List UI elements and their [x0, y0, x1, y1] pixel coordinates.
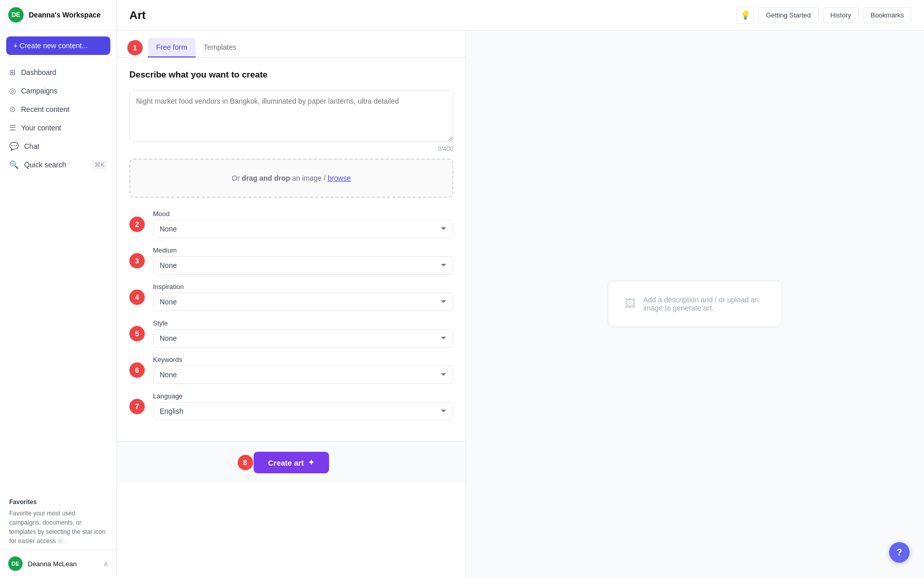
mood-field-content: Mood None — [153, 210, 453, 238]
sidebar-item-chat[interactable]: 💬 Chat — [4, 137, 112, 156]
bookmarks-button[interactable]: Bookmarks — [863, 7, 912, 23]
form-panel: 1 Free form Templates Describe what you … — [117, 31, 466, 577]
favorites-section: Favorites Favorite your most used campai… — [0, 492, 117, 550]
step-badge-3: 3 — [129, 253, 145, 268]
upload-zone[interactable]: Or drag and drop an image / browse — [129, 159, 453, 198]
history-button[interactable]: History — [823, 7, 859, 23]
language-field-row: 7 Language English — [129, 392, 453, 420]
user-name: Deanna McLean — [28, 560, 76, 568]
step-badge-1: 1 — [127, 40, 143, 55]
preview-description: Add a description and / or upload an ima… — [643, 296, 765, 312]
tabs-bar: 1 Free form Templates — [117, 31, 466, 57]
sidebar-item-quick-search[interactable]: 🔍 Quick search ⌘K — [4, 156, 112, 174]
sidebar-item-campaigns[interactable]: ◎ Campaigns — [4, 82, 112, 100]
language-field-content: Language English — [153, 392, 453, 420]
workspace-avatar: DE — [8, 7, 24, 23]
sidebar-item-your-content[interactable]: ☰ Your content — [4, 119, 112, 137]
keywords-field-content: Keywords None — [153, 356, 453, 384]
content-area: 1 Free form Templates Describe what you … — [117, 31, 924, 577]
medium-field-group: 3 Medium None — [129, 246, 453, 275]
sidebar-item-label: Quick search — [24, 161, 66, 169]
topbar: Art 💡 Getting Started History Bookmarks — [117, 0, 924, 31]
style-field-group: 5 Style None — [129, 319, 453, 348]
keywords-field-row: 6 Keywords None — [129, 356, 453, 384]
create-new-button[interactable]: + Create new content... — [6, 36, 110, 55]
chevron-up-icon: ∧ — [103, 560, 108, 568]
keywords-label: Keywords — [153, 356, 453, 363]
description-textarea[interactable] — [129, 90, 453, 142]
chat-icon: 💬 — [9, 142, 19, 151]
inspiration-field-content: Inspiration None — [153, 283, 453, 311]
light-bulb-button[interactable]: 💡 — [737, 7, 754, 24]
upload-text-middle: an image / — [290, 174, 328, 182]
section-title: Describe what you want to create — [129, 70, 453, 80]
step-badge-7: 7 — [129, 399, 145, 414]
dashboard-icon: ⊞ — [9, 68, 16, 77]
drag-drop-text: drag and drop — [242, 174, 290, 182]
sparkle-icon: ✦ — [308, 458, 315, 467]
char-count: 0/400 — [129, 145, 453, 152]
campaigns-icon: ◎ — [9, 86, 16, 95]
search-icon: 🔍 — [9, 160, 19, 169]
help-button[interactable]: ? — [889, 542, 910, 563]
inspiration-label: Inspiration — [153, 283, 453, 291]
language-select[interactable]: English — [153, 402, 453, 420]
sidebar-item-label: Your content — [21, 124, 61, 132]
style-label: Style — [153, 319, 453, 327]
workspace-name: Deanna's Workspace — [29, 11, 101, 19]
language-label: Language — [153, 392, 453, 400]
sidebar-item-label: Dashboard — [21, 68, 56, 76]
sidebar-item-label: Campaigns — [21, 87, 57, 95]
keywords-select[interactable]: None — [153, 366, 453, 384]
keywords-field-group: 6 Keywords None — [129, 356, 453, 384]
mood-select[interactable]: None — [153, 220, 453, 238]
mood-label: Mood — [153, 210, 453, 218]
create-art-button[interactable]: Create art ✦ — [254, 452, 329, 473]
page-title: Art — [129, 9, 146, 22]
browse-link[interactable]: browse — [328, 174, 351, 182]
recent-content-icon: ⊙ — [9, 105, 16, 114]
getting-started-button[interactable]: Getting Started — [758, 7, 818, 23]
style-field-row: 5 Style None — [129, 319, 453, 348]
preview-placeholder: 🖼 Add a description and / or upload an i… — [608, 281, 782, 327]
sidebar-item-label: Chat — [24, 142, 40, 150]
style-select[interactable]: None — [153, 329, 453, 348]
inspiration-field-group: 4 Inspiration None — [129, 283, 453, 311]
step-badge-5: 5 — [129, 326, 145, 341]
step-badge-2: 2 — [129, 217, 145, 232]
sidebar-item-label: Recent content — [21, 105, 69, 113]
mood-field-row: 2 Mood None — [129, 210, 453, 238]
sidebar-footer: DE Deanna McLean ∧ — [0, 550, 117, 577]
shortcut-badge: ⌘K — [92, 160, 107, 169]
inspiration-select[interactable]: None — [153, 293, 453, 311]
inspiration-field-row: 4 Inspiration None — [129, 283, 453, 311]
topbar-actions: 💡 Getting Started History Bookmarks — [737, 7, 912, 24]
sidebar: DE Deanna's Workspace + Create new conte… — [0, 0, 117, 577]
favorites-description: Favorite your most used campaigns, docum… — [9, 509, 107, 546]
step-badge-4: 4 — [129, 290, 145, 305]
image-placeholder-icon: 🖼 — [625, 297, 636, 311]
medium-label: Medium — [153, 246, 453, 254]
your-content-icon: ☰ — [9, 123, 16, 132]
medium-select[interactable]: None — [153, 256, 453, 275]
create-art-label: Create art — [268, 458, 304, 467]
medium-field-content: Medium None — [153, 246, 453, 275]
workspace-header: DE Deanna's Workspace — [0, 0, 117, 30]
form-inner: Describe what you want to create 0/400 O… — [117, 57, 466, 441]
user-avatar: DE — [8, 556, 23, 571]
mood-field-group: 2 Mood None — [129, 210, 453, 238]
tab-templates[interactable]: Templates — [196, 38, 245, 57]
step-badge-6: 6 — [129, 362, 145, 378]
medium-field-row: 3 Medium None — [129, 246, 453, 275]
form-footer: 8 Create art ✦ — [117, 441, 466, 484]
main-content: Art 💡 Getting Started History Bookmarks … — [117, 0, 924, 577]
user-info[interactable]: DE Deanna McLean — [8, 556, 76, 571]
favorites-title: Favorites — [9, 498, 107, 506]
step-badge-8: 8 — [238, 455, 253, 470]
sidebar-item-dashboard[interactable]: ⊞ Dashboard — [4, 63, 112, 82]
language-field-group: 7 Language English — [129, 392, 453, 420]
sidebar-item-recent-content[interactable]: ⊙ Recent content — [4, 100, 112, 119]
tab-free-form[interactable]: Free form — [148, 38, 196, 57]
upload-text-before: Or — [232, 174, 242, 182]
preview-panel: 🖼 Add a description and / or upload an i… — [466, 31, 924, 577]
